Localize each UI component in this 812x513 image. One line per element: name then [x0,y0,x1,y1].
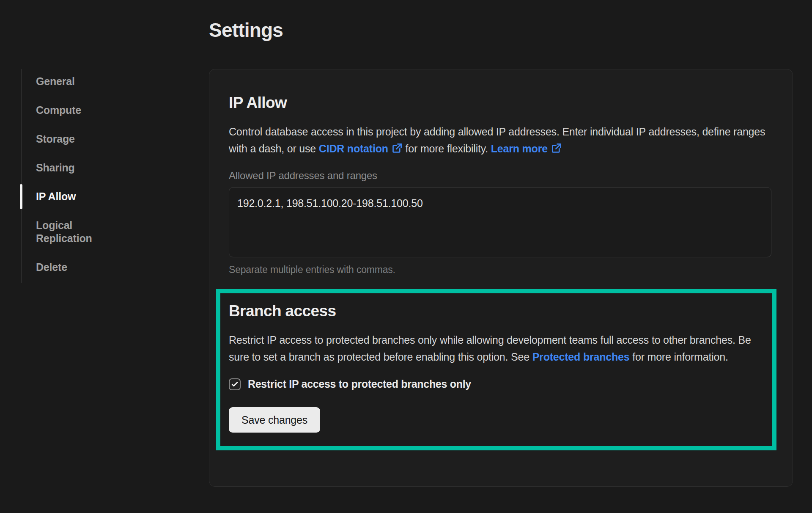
settings-sidebar: General Compute Storage Sharing IP Allow… [21,69,144,290]
sidebar-item-delete[interactable]: Delete [36,261,118,274]
checkmark-icon [231,381,239,388]
ip-allow-heading: IP Allow [229,94,771,112]
sidebar-divider [21,69,22,283]
protected-branches-link-text: Protected branches [532,351,630,363]
external-link-icon [551,143,562,154]
save-changes-button[interactable]: Save changes [229,407,320,433]
branch-access-heading: Branch access [229,302,764,320]
sidebar-item-general[interactable]: General [36,75,118,88]
branch-access-description: Restrict IP access to protected branches… [229,331,764,365]
sidebar-item-logical-replication[interactable]: Logical Replication [36,219,118,245]
ip-allow-settings-card: IP Allow Control database access in this… [209,69,793,487]
branch-access-desc-text-2: for more information. [629,351,728,363]
page-title: Settings [209,19,283,41]
protected-branches-link[interactable]: Protected branches [532,351,630,363]
sidebar-nav-list: General Compute Storage Sharing IP Allow… [36,75,118,274]
sidebar-item-ip-allow[interactable]: IP Allow [36,190,118,203]
cidr-notation-link[interactable]: CIDR notation [319,143,403,154]
restrict-ip-checkbox[interactable] [229,378,241,390]
ip-input-helper-text: Separate multiple entries with commas. [229,264,771,276]
external-link-icon [391,143,403,154]
restrict-ip-checkbox-row: Restrict IP access to protected branches… [229,378,764,390]
learn-more-link-text: Learn more [491,143,548,154]
branch-access-highlight-section: Branch access Restrict IP access to prot… [216,289,776,450]
ip-allow-description: Control database access in this project … [229,123,770,157]
allowed-ip-label: Allowed IP addresses and ranges [229,170,771,182]
learn-more-link[interactable]: Learn more [491,143,562,154]
ip-allow-desc-text-2: for more flexibility. [403,143,491,154]
allowed-ip-input[interactable]: 192.0.2.1, 198.51.100.20-198.51.100.50 [229,187,771,257]
sidebar-item-sharing[interactable]: Sharing [36,161,118,174]
sidebar-item-compute[interactable]: Compute [36,104,118,117]
sidebar-item-storage[interactable]: Storage [36,132,118,146]
cidr-notation-link-text: CIDR notation [319,143,388,154]
restrict-ip-checkbox-label[interactable]: Restrict IP access to protected branches… [248,378,471,390]
